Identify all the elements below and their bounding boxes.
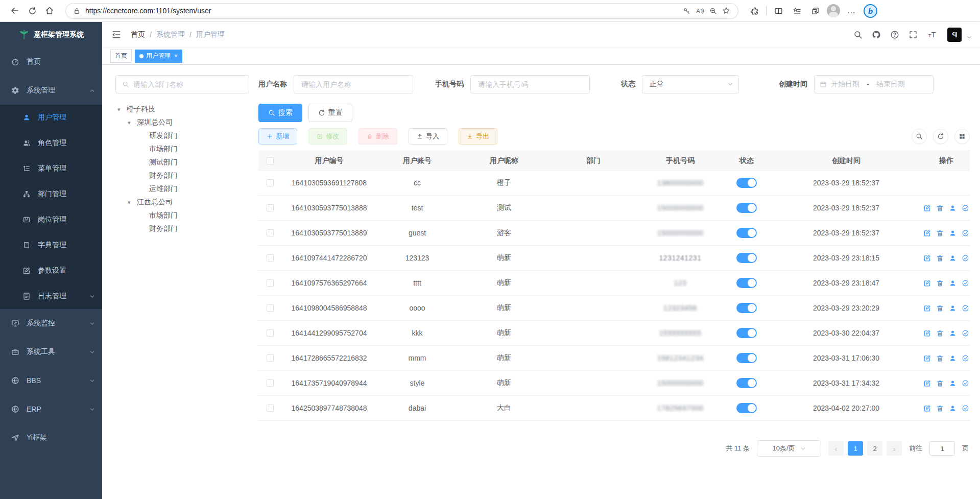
sidebar-item-role-mgmt[interactable]: 角色管理 [0,130,102,156]
assign-role-icon[interactable] [962,405,969,412]
import-button[interactable]: 导入 [409,128,447,145]
sidebar-item-yi-framework[interactable]: Yi框架 [0,423,102,452]
caret-down-icon[interactable]: ▾ [117,106,127,113]
tree-node[interactable]: ▾橙子科技 [115,103,249,116]
row-checkbox[interactable] [267,254,274,262]
avatar-logo[interactable]: Ϥ [947,28,962,42]
profile-icon[interactable] [827,4,840,17]
phone-input[interactable] [470,75,590,93]
table-search-toggle[interactable] [912,129,927,144]
goto-page-input[interactable] [929,441,955,456]
assign-role-icon[interactable] [962,379,969,387]
address-bar[interactable]: https://ccnetcore.com:1101/system/user [65,3,738,19]
assign-role-icon[interactable] [962,279,969,287]
tree-node[interactable]: 测试部门 [115,156,249,169]
export-button[interactable]: 导出 [459,128,497,145]
page-button-1[interactable]: 1 [848,441,863,456]
row-checkbox[interactable] [267,329,274,337]
edit-user-icon[interactable] [923,354,931,362]
sidebar-item-user-mgmt[interactable]: 用户管理 [0,105,102,130]
table-row[interactable]: 1641030593775013889 guest 游客 15000000000… [258,221,970,246]
read-aloud-icon[interactable] [693,4,706,17]
reset-password-icon[interactable] [949,229,957,237]
reset-password-icon[interactable] [949,304,957,312]
table-columns-button[interactable] [954,129,970,144]
table-row[interactable]: 1641030593775013888 test 测试 15000000000 … [258,196,970,221]
status-toggle[interactable] [736,253,757,263]
sidebar-item-post-mgmt[interactable]: 岗位管理 [0,207,102,232]
edit-user-icon[interactable] [923,405,931,412]
status-toggle[interactable] [736,303,757,313]
next-page-button[interactable]: › [887,441,902,456]
caret-down-icon[interactable]: ▾ [128,199,137,206]
delete-user-icon[interactable] [936,229,944,237]
delete-user-icon[interactable] [936,279,944,287]
row-checkbox[interactable] [267,179,274,186]
close-icon[interactable]: × [174,53,178,60]
date-start-placeholder[interactable]: 开始日期 [831,80,859,89]
row-checkbox[interactable] [267,405,274,412]
delete-user-icon[interactable] [936,304,944,312]
sidebar-item-dept-mgmt[interactable]: 部门管理 [0,181,102,207]
status-toggle[interactable] [736,178,757,188]
row-checkbox[interactable] [267,304,274,312]
edit-user-icon[interactable] [923,229,931,237]
font-size-icon[interactable] [927,30,938,39]
delete-button[interactable]: 删除 [358,128,397,145]
delete-user-icon[interactable] [936,329,944,337]
date-range-picker[interactable]: 开始日期 - 结束日期 [814,75,934,93]
lock-icon[interactable] [73,7,81,15]
assign-role-icon[interactable] [962,354,969,362]
home-icon[interactable] [42,3,57,18]
reset-password-icon[interactable] [949,254,957,262]
tree-node[interactable]: ▾深圳总公司 [115,116,249,129]
caret-down-icon[interactable] [967,35,972,40]
page-size-select[interactable]: 10条/页 [757,440,821,457]
row-checkbox[interactable] [267,279,274,287]
tree-node[interactable]: 市场部门 [115,142,249,156]
breadcrumb-system[interactable]: 系统管理 [156,30,185,39]
fullscreen-icon[interactable] [909,30,918,39]
favorites-icon[interactable] [790,4,803,17]
reset-password-icon[interactable] [949,379,957,387]
sidebar-item-log-mgmt[interactable]: 日志管理 [0,283,102,309]
zoom-out-icon[interactable] [706,4,720,17]
bing-icon[interactable]: b [864,4,877,18]
back-icon[interactable] [7,3,22,18]
refresh-icon[interactable] [25,3,40,18]
reset-password-icon[interactable] [949,204,957,212]
sidebar-item-erp[interactable]: ERP [0,395,102,423]
reset-button[interactable]: 重置 [308,104,352,122]
assign-role-icon[interactable] [962,254,969,262]
edit-user-icon[interactable] [923,254,931,262]
table-row[interactable]: 1641030593691127808 cc 橙子 13800000000 20… [258,171,970,196]
sidebar-item-param-settings[interactable]: 参数设置 [0,258,102,283]
extensions-icon[interactable] [748,4,761,17]
row-checkbox[interactable] [267,204,274,211]
edit-user-icon[interactable] [923,304,931,312]
status-toggle[interactable] [736,228,757,238]
table-row[interactable]: 1641728665572216832 mmm 萌新 15812341234 2… [258,346,970,371]
github-icon[interactable] [872,30,881,39]
select-all-checkbox[interactable] [267,157,274,164]
sidebar-item-dict-mgmt[interactable]: 字典管理 [0,232,102,258]
prev-page-button[interactable]: ‹ [828,441,844,456]
reset-password-icon[interactable] [949,279,957,287]
tag-user-mgmt[interactable]: 用户管理 × [135,50,182,63]
table-row[interactable]: 1641735719040978944 style 萌新 15000000000… [258,371,970,396]
more-icon[interactable]: … [845,4,858,17]
dept-search-input[interactable] [133,80,243,88]
status-toggle[interactable] [736,203,757,213]
table-row[interactable]: 1641098004586958848 oooo 萌新 12323456 202… [258,296,970,321]
collections-icon[interactable] [808,4,822,17]
add-button[interactable]: 新增 [258,128,297,145]
status-toggle[interactable] [736,353,757,363]
favorite-add-icon[interactable] [720,4,733,17]
assign-role-icon[interactable] [962,229,969,237]
tag-home[interactable]: 首页 [110,50,132,63]
row-checkbox[interactable] [267,379,274,387]
status-toggle[interactable] [736,378,757,388]
reset-password-icon[interactable] [949,405,957,412]
username-input[interactable] [294,75,413,93]
edit-user-icon[interactable] [923,204,931,212]
